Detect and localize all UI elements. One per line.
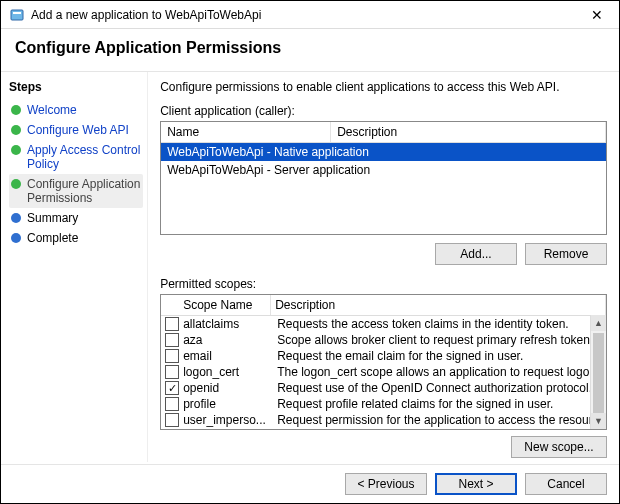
steps-heading: Steps xyxy=(9,80,143,94)
close-icon[interactable]: ✕ xyxy=(583,8,611,22)
step-label[interactable]: Welcome xyxy=(27,103,77,117)
scroll-thumb[interactable] xyxy=(593,333,604,413)
scope-desc: Request use of the OpenID Connect author… xyxy=(273,381,602,395)
scope-checkbox[interactable]: ✓ xyxy=(165,381,179,395)
scope-desc: Scope allows broker client to request pr… xyxy=(273,333,602,347)
client-col-desc[interactable]: Description xyxy=(331,122,606,142)
page-title: Configure Application Permissions xyxy=(1,29,619,72)
scope-checkbox[interactable] xyxy=(165,365,179,379)
svg-rect-0 xyxy=(11,10,23,20)
sidebar-step-0[interactable]: Welcome xyxy=(9,100,143,120)
scopes-grid[interactable]: Scope Name Description allatclaimsReques… xyxy=(160,294,607,430)
new-scope-button[interactable]: New scope... xyxy=(511,436,607,458)
sidebar-step-1[interactable]: Configure Web API xyxy=(9,120,143,140)
step-bullet-icon xyxy=(11,105,21,115)
previous-button[interactable]: < Previous xyxy=(345,473,427,495)
sidebar-step-2[interactable]: Apply Access Control Policy xyxy=(9,140,143,174)
sidebar-step-3: Configure Application Permissions xyxy=(9,174,143,208)
scopes-scrollbar[interactable]: ▲ ▼ xyxy=(590,315,606,429)
scope-row[interactable]: allatclaimsRequests the access token cla… xyxy=(161,316,606,332)
scope-desc: Requests the access token claims in the … xyxy=(273,317,602,331)
client-app-label: Client application (caller): xyxy=(160,104,607,118)
scroll-up-icon[interactable]: ▲ xyxy=(591,315,606,331)
scope-row[interactable]: azaScope allows broker client to request… xyxy=(161,332,606,348)
cancel-button[interactable]: Cancel xyxy=(525,473,607,495)
steps-sidebar: Steps WelcomeConfigure Web APIApply Acce… xyxy=(1,72,148,462)
app-icon xyxy=(9,7,25,23)
svg-rect-1 xyxy=(13,12,21,14)
sidebar-step-5: Complete xyxy=(9,228,143,248)
remove-button[interactable]: Remove xyxy=(525,243,607,265)
step-bullet-icon xyxy=(11,179,21,189)
step-bullet-icon xyxy=(11,145,21,155)
scope-row[interactable]: user_imperso...Request permission for th… xyxy=(161,412,606,428)
window-title: Add a new application to WebApiToWebApi xyxy=(31,8,583,22)
step-label[interactable]: Configure Web API xyxy=(27,123,129,137)
scope-name: logon_cert xyxy=(183,365,273,379)
scope-name: user_imperso... xyxy=(183,413,273,427)
client-col-name[interactable]: Name xyxy=(161,122,331,142)
wizard-footer: < Previous Next > Cancel xyxy=(1,464,619,503)
step-label: Configure Application Permissions xyxy=(27,177,141,205)
step-label[interactable]: Apply Access Control Policy xyxy=(27,143,141,171)
scope-row[interactable]: emailRequest the email claim for the sig… xyxy=(161,348,606,364)
scope-name: email xyxy=(183,349,273,363)
scope-row[interactable]: logon_certThe logon_cert scope allows an… xyxy=(161,364,606,380)
scopes-label: Permitted scopes: xyxy=(160,277,607,291)
add-button[interactable]: Add... xyxy=(435,243,517,265)
next-button[interactable]: Next > xyxy=(435,473,517,495)
step-label: Complete xyxy=(27,231,78,245)
scope-name: openid xyxy=(183,381,273,395)
scope-checkbox[interactable] xyxy=(165,397,179,411)
sidebar-step-4: Summary xyxy=(9,208,143,228)
scroll-down-icon[interactable]: ▼ xyxy=(591,413,606,429)
scope-desc: Request permission for the application t… xyxy=(273,413,602,427)
client-app-grid[interactable]: Name Description WebApiToWebApi - Native… xyxy=(160,121,607,235)
scope-row[interactable]: vpn_certThe vpn_cert scope allows an app… xyxy=(161,428,606,429)
instruction-text: Configure permissions to enable client a… xyxy=(160,80,607,94)
title-bar: Add a new application to WebApiToWebApi … xyxy=(1,1,619,29)
scope-col-name[interactable]: Scope Name xyxy=(179,295,271,315)
scopes-grid-header: Scope Name Description xyxy=(161,295,606,316)
scope-col-desc[interactable]: Description xyxy=(271,295,606,315)
scope-desc: Request profile related claims for the s… xyxy=(273,397,602,411)
scope-checkbox[interactable] xyxy=(165,413,179,427)
scope-name: profile xyxy=(183,397,273,411)
scope-name: allatclaims xyxy=(183,317,273,331)
scope-checkbox[interactable] xyxy=(165,317,179,331)
client-row[interactable]: WebApiToWebApi - Server application xyxy=(161,161,606,179)
step-bullet-icon xyxy=(11,233,21,243)
scope-desc: The logon_cert scope allows an applicati… xyxy=(273,365,602,379)
scope-name: aza xyxy=(183,333,273,347)
scope-row[interactable]: ✓openidRequest use of the OpenID Connect… xyxy=(161,380,606,396)
step-bullet-icon xyxy=(11,125,21,135)
scope-checkbox[interactable] xyxy=(165,349,179,363)
main-panel: Configure permissions to enable client a… xyxy=(148,72,619,462)
step-bullet-icon xyxy=(11,213,21,223)
scope-row[interactable]: profileRequest profile related claims fo… xyxy=(161,396,606,412)
step-label: Summary xyxy=(27,211,78,225)
client-row[interactable]: WebApiToWebApi - Native application xyxy=(161,143,606,161)
scope-checkbox[interactable] xyxy=(165,333,179,347)
client-grid-header: Name Description xyxy=(161,122,606,143)
scope-desc: Request the email claim for the signed i… xyxy=(273,349,602,363)
